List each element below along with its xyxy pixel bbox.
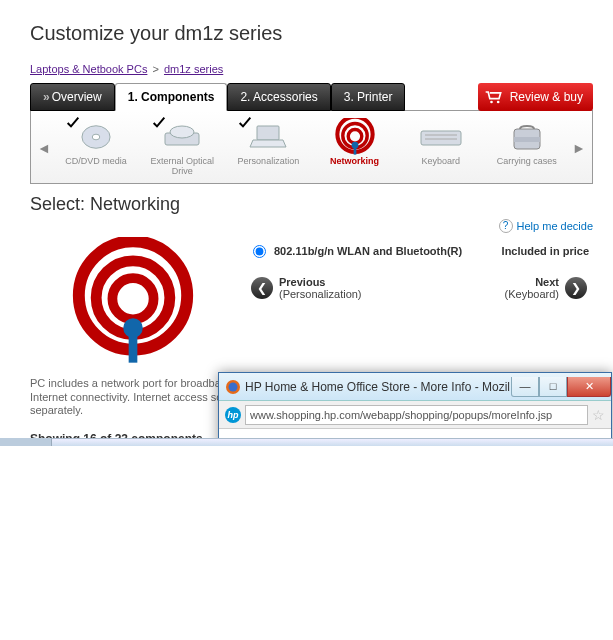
svg-rect-13 (514, 137, 540, 142)
category-label: Networking (330, 157, 379, 167)
popup-title: HP Home & Home Office Store - More Info … (245, 380, 511, 394)
option-row[interactable]: 802.11b/g/n WLAN and Bluetooth(R) Includ… (245, 237, 593, 266)
taskbar-item[interactable] (0, 438, 52, 446)
svg-point-17 (229, 382, 238, 391)
category-optical-drive[interactable]: External Optical Drive (142, 119, 222, 177)
svg-rect-15 (128, 328, 137, 363)
window-close-button[interactable]: ✕ (567, 377, 611, 397)
category-cd-dvd[interactable]: CD/DVD media (56, 119, 136, 177)
svg-rect-8 (353, 145, 356, 155)
option-price: Included in price (502, 245, 589, 257)
review-buy-label: Review & buy (510, 90, 583, 104)
category-carrying-cases[interactable]: Carrying cases (487, 119, 567, 177)
drive-icon (161, 123, 203, 151)
category-label: Keyboard (421, 157, 460, 167)
option-radio[interactable] (253, 245, 266, 258)
breadcrumb-separator: > (152, 63, 158, 75)
category-label: CD/DVD media (65, 157, 127, 167)
category-label: External Optical Drive (142, 157, 222, 177)
hp-favicon-icon: hp (225, 407, 241, 423)
networking-icon (333, 118, 377, 156)
keyboard-icon (419, 125, 463, 149)
chevron-left-icon: ❮ (251, 277, 273, 299)
window-minimize-button[interactable]: — (511, 377, 539, 397)
bag-icon (510, 121, 544, 153)
tab-accessories[interactable]: 2. Accessories (227, 83, 330, 111)
previous-button[interactable]: ❮ Previous (Personalization) (251, 276, 362, 300)
category-label: Carrying cases (497, 157, 557, 167)
breadcrumb: Laptops & Netbook PCs > dm1z series (30, 63, 593, 75)
select-heading: Select: Networking (30, 194, 593, 215)
category-networking[interactable]: Networking (315, 119, 395, 177)
tab-overview[interactable]: »Overview (30, 83, 115, 111)
networking-logo-icon (63, 237, 203, 367)
bookmark-star-icon[interactable]: ☆ (592, 407, 605, 423)
disc-icon (77, 122, 115, 152)
laptop-icon (247, 122, 289, 152)
popup-titlebar[interactable]: HP Home & Home Office Store - More Info … (219, 373, 611, 401)
review-buy-button[interactable]: Review & buy (478, 83, 593, 111)
category-description: PC includes a network port for broadband… (30, 377, 235, 418)
scroll-left-button[interactable]: ◄ (35, 140, 53, 156)
checkmark-icon (151, 115, 167, 131)
help-me-decide-link[interactable]: ? Help me decide (30, 219, 593, 233)
chevron-right-icon: ❯ (565, 277, 587, 299)
breadcrumb-parent-link[interactable]: Laptops & Netbook PCs (30, 63, 147, 75)
cart-icon (484, 90, 504, 104)
firefox-icon (225, 379, 241, 395)
category-keyboard[interactable]: Keyboard (401, 119, 481, 177)
tab-components[interactable]: 1. Components (115, 83, 228, 111)
category-personalization[interactable]: Personalization (228, 119, 308, 177)
help-icon: ? (499, 219, 513, 233)
tab-row: »Overview 1. Components 2. Accessories 3… (30, 83, 593, 111)
svg-point-3 (92, 134, 100, 140)
help-label: Help me decide (517, 220, 593, 232)
window-maximize-button[interactable]: □ (539, 377, 567, 397)
next-label: Next (535, 276, 559, 288)
tab-overview-label: Overview (52, 90, 102, 104)
option-label: 802.11b/g/n WLAN and Bluetooth(R) (274, 245, 502, 257)
arrow-icon: » (43, 90, 48, 104)
url-field[interactable]: www.shopping.hp.com/webapp/shopping/popu… (245, 405, 588, 425)
checkmark-icon (65, 115, 81, 131)
svg-point-1 (496, 101, 499, 104)
svg-rect-9 (421, 131, 461, 145)
breadcrumb-current-link[interactable]: dm1z series (164, 63, 223, 75)
page-title: Customize your dm1z series (30, 22, 593, 45)
category-strip: ◄ CD/DVD media External Optical Drive Pe… (30, 110, 593, 184)
checkmark-icon (237, 115, 253, 131)
taskbar (0, 438, 613, 446)
scroll-right-button[interactable]: ► (570, 140, 588, 156)
popup-window: HP Home & Home Office Store - More Info … (218, 372, 612, 446)
next-button[interactable]: Next (Keyboard) ❯ (505, 276, 587, 300)
category-label: Personalization (238, 157, 300, 167)
svg-point-5 (170, 126, 194, 138)
popup-address-bar: hp www.shopping.hp.com/webapp/shopping/p… (219, 401, 611, 429)
tab-printer[interactable]: 3. Printer (331, 83, 406, 111)
prev-sublabel: (Personalization) (279, 288, 362, 300)
next-sublabel: (Keyboard) (505, 288, 559, 300)
prev-label: Previous (279, 276, 362, 288)
svg-rect-6 (257, 126, 279, 140)
svg-point-0 (490, 101, 493, 104)
